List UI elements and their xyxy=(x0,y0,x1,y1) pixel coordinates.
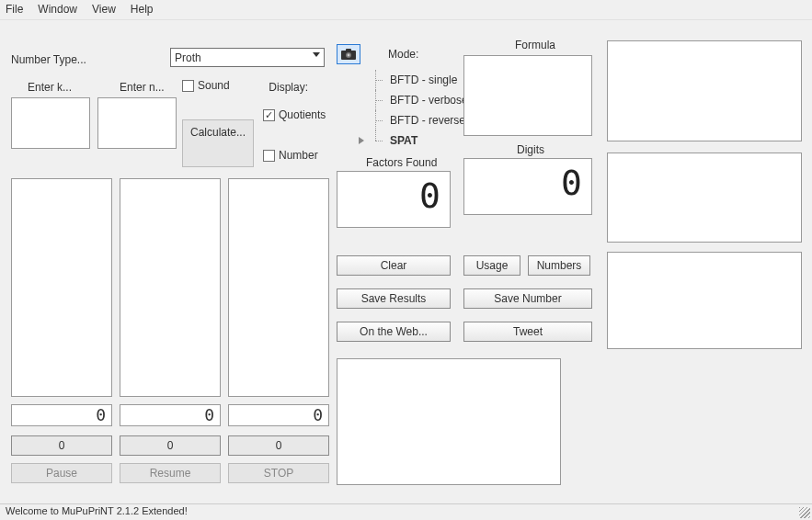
quotients-row: ✓ Quotients xyxy=(263,108,326,121)
output-box-2[interactable] xyxy=(120,178,221,397)
segment-display-1: 0 xyxy=(11,404,112,426)
pause-button[interactable]: Pause xyxy=(11,463,112,483)
calculate-button[interactable]: Calculate... xyxy=(182,119,254,167)
quotients-checkbox[interactable]: ✓ xyxy=(263,109,275,121)
mode-item-label: BFTD - single xyxy=(390,73,457,86)
right-panel-2[interactable] xyxy=(607,153,802,243)
chevron-down-icon xyxy=(313,52,320,57)
number-checkbox[interactable] xyxy=(263,150,275,162)
enter-k-label: Enter k... xyxy=(28,81,72,94)
mode-item-bftd-reverse[interactable]: BFTD - reverse xyxy=(372,110,468,130)
number-label: Number xyxy=(279,149,318,162)
quotients-label: Quotients xyxy=(279,108,326,121)
camera-button[interactable] xyxy=(337,44,360,64)
menu-view[interactable]: View xyxy=(92,3,116,17)
factors-found-label: Factors Found xyxy=(366,156,437,169)
segment-display-3: 0 xyxy=(228,404,329,426)
digits-display: 0 xyxy=(463,158,592,215)
svg-rect-1 xyxy=(346,49,351,51)
number-row: Number xyxy=(263,149,318,162)
mode-item-bftd-single[interactable]: BFTD - single xyxy=(372,70,468,90)
right-panel-3[interactable] xyxy=(607,252,802,349)
usage-button[interactable]: Usage xyxy=(463,255,520,276)
enter-n-input[interactable] xyxy=(97,97,177,149)
counter-button-1[interactable]: 0 xyxy=(11,435,112,456)
factors-found-display: 0 xyxy=(337,171,451,228)
save-results-button[interactable]: Save Results xyxy=(337,288,451,309)
counter-button-2[interactable]: 0 xyxy=(120,435,221,456)
bottom-output-box[interactable] xyxy=(337,358,561,485)
clear-button[interactable]: Clear xyxy=(337,255,451,276)
right-panel-1[interactable] xyxy=(607,40,802,141)
formula-label: Formula xyxy=(515,39,555,51)
resume-button[interactable]: Resume xyxy=(120,463,221,483)
factors-found-value: 0 xyxy=(337,172,450,220)
menu-help[interactable]: Help xyxy=(131,3,154,17)
status-text: Welcome to MuPuPriNT 2.1.2 Extended! xyxy=(6,505,188,516)
segment-display-2: 0 xyxy=(120,404,221,426)
output-box-3[interactable] xyxy=(228,178,329,397)
tweet-button[interactable]: Tweet xyxy=(463,322,592,342)
mode-item-label: BFTD - verbose xyxy=(390,94,468,107)
menu-window[interactable]: Window xyxy=(38,3,77,17)
sound-checkbox[interactable] xyxy=(182,80,194,92)
menubar: File Window View Help xyxy=(0,0,812,20)
number-type-label: Number Type... xyxy=(11,53,86,66)
resize-grip-icon[interactable] xyxy=(799,507,810,518)
stop-button[interactable]: STOP xyxy=(228,463,329,483)
mode-label: Mode: xyxy=(388,48,418,61)
content-area: Number Type... Proth Enter k... Enter n.… xyxy=(0,20,812,503)
on-the-web-button[interactable]: On the Web... xyxy=(337,322,451,342)
mode-item-bftd-verbose[interactable]: BFTD - verbose xyxy=(372,90,468,110)
pointer-icon xyxy=(359,137,364,144)
mode-item-label: SPAT xyxy=(390,134,417,147)
status-bar: Welcome to MuPuPriNT 2.1.2 Extended! xyxy=(0,503,812,520)
counter-button-3[interactable]: 0 xyxy=(228,435,329,456)
sound-label: Sound xyxy=(198,79,230,92)
enter-n-label: Enter n... xyxy=(120,81,165,94)
digits-label: Digits xyxy=(517,143,544,156)
mode-item-spat[interactable]: SPAT xyxy=(372,130,468,151)
enter-k-input[interactable] xyxy=(11,97,90,149)
digits-value: 0 xyxy=(464,159,591,207)
camera-icon xyxy=(341,49,356,60)
svg-point-3 xyxy=(348,54,350,57)
menu-file[interactable]: File xyxy=(6,3,23,17)
save-number-button[interactable]: Save Number xyxy=(463,288,592,309)
sound-checkbox-row: Sound xyxy=(182,79,230,92)
mode-tree: BFTD - single BFTD - verbose BFTD - reve… xyxy=(372,70,468,151)
output-box-1[interactable] xyxy=(11,178,112,397)
formula-box[interactable] xyxy=(463,55,592,136)
numbers-button[interactable]: Numbers xyxy=(528,255,590,276)
number-type-select[interactable]: Proth xyxy=(170,48,325,67)
mode-item-label: BFTD - reverse xyxy=(390,114,465,127)
display-label: Display: xyxy=(269,81,308,94)
number-type-value: Proth xyxy=(175,51,201,64)
